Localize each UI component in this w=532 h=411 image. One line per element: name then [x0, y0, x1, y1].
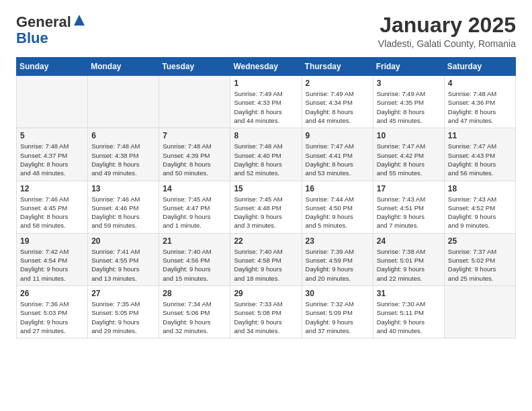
header-tuesday: Tuesday	[159, 58, 230, 76]
day-number: 2	[306, 79, 369, 88]
calendar-cell-w3-d1: 12Sunrise: 7:46 AM Sunset: 4:45 PM Dayli…	[17, 181, 88, 233]
logo-general: General	[16, 13, 71, 30]
header-thursday: Thursday	[302, 58, 373, 76]
week-row-2: 5Sunrise: 7:48 AM Sunset: 4:37 PM Daylig…	[17, 128, 516, 181]
logo-text: General Blue	[16, 13, 86, 46]
week-row-3: 12Sunrise: 7:46 AM Sunset: 4:45 PM Dayli…	[17, 181, 516, 233]
header-monday: Monday	[88, 58, 159, 76]
day-info: Sunrise: 7:48 AM Sunset: 4:38 PM Dayligh…	[91, 142, 155, 177]
calendar-cell-w3-d4: 15Sunrise: 7:45 AM Sunset: 4:48 PM Dayli…	[230, 181, 302, 233]
calendar-cell-w1-d4: 1Sunrise: 7:49 AM Sunset: 4:33 PM Daylig…	[230, 76, 302, 128]
day-number: 27	[91, 289, 155, 298]
calendar-cell-w1-d3	[159, 76, 230, 128]
day-number: 7	[163, 131, 226, 140]
calendar-page: General Blue January 2025 Vladesti, Gala…	[0, 0, 532, 349]
day-number: 10	[377, 131, 441, 140]
logo-icon	[73, 13, 86, 27]
calendar-cell-w5-d1: 26Sunrise: 7:36 AM Sunset: 5:03 PM Dayli…	[17, 285, 88, 338]
calendar-cell-w1-d7: 4Sunrise: 7:48 AM Sunset: 4:36 PM Daylig…	[444, 76, 515, 128]
calendar-cell-w4-d5: 23Sunrise: 7:39 AM Sunset: 4:59 PM Dayli…	[302, 233, 373, 285]
calendar-cell-w5-d3: 28Sunrise: 7:34 AM Sunset: 5:06 PM Dayli…	[159, 285, 230, 338]
day-number: 5	[20, 131, 84, 140]
day-number: 14	[163, 184, 226, 193]
day-number: 8	[234, 131, 298, 140]
day-number: 13	[91, 184, 155, 193]
day-info: Sunrise: 7:36 AM Sunset: 5:03 PM Dayligh…	[20, 300, 84, 335]
calendar-cell-w5-d7	[444, 285, 515, 338]
header-sunday: Sunday	[17, 58, 88, 76]
day-number: 3	[377, 79, 441, 88]
day-number: 18	[448, 184, 512, 193]
day-number: 12	[20, 184, 84, 193]
calendar-cell-w2-d3: 7Sunrise: 7:48 AM Sunset: 4:39 PM Daylig…	[159, 128, 230, 181]
location-subtitle: Vladesti, Galati County, Romania	[378, 38, 516, 49]
calendar-cell-w3-d5: 16Sunrise: 7:44 AM Sunset: 4:50 PM Dayli…	[302, 181, 373, 233]
calendar-cell-w2-d2: 6Sunrise: 7:48 AM Sunset: 4:38 PM Daylig…	[88, 128, 159, 181]
day-info: Sunrise: 7:42 AM Sunset: 4:54 PM Dayligh…	[20, 247, 84, 283]
day-info: Sunrise: 7:46 AM Sunset: 4:46 PM Dayligh…	[91, 195, 155, 230]
calendar-cell-w3-d6: 17Sunrise: 7:43 AM Sunset: 4:51 PM Dayli…	[373, 181, 444, 233]
day-info: Sunrise: 7:47 AM Sunset: 4:41 PM Dayligh…	[306, 142, 369, 177]
day-info: Sunrise: 7:47 AM Sunset: 4:43 PM Dayligh…	[448, 142, 512, 177]
calendar-cell-w4-d3: 21Sunrise: 7:40 AM Sunset: 4:56 PM Dayli…	[159, 233, 230, 285]
day-number: 11	[448, 131, 512, 140]
day-number: 25	[448, 236, 512, 246]
calendar-cell-w1-d2	[88, 76, 159, 128]
calendar-cell-w2-d4: 8Sunrise: 7:48 AM Sunset: 4:40 PM Daylig…	[230, 128, 302, 181]
calendar-cell-w2-d6: 10Sunrise: 7:47 AM Sunset: 4:42 PM Dayli…	[373, 128, 444, 181]
calendar-cell-w2-d5: 9Sunrise: 7:47 AM Sunset: 4:41 PM Daylig…	[302, 128, 373, 181]
title-block: January 2025 Vladesti, Galati County, Ro…	[378, 13, 516, 49]
calendar-cell-w4-d2: 20Sunrise: 7:41 AM Sunset: 4:55 PM Dayli…	[88, 233, 159, 285]
header-saturday: Saturday	[444, 58, 515, 76]
day-info: Sunrise: 7:35 AM Sunset: 5:05 PM Dayligh…	[91, 300, 155, 335]
day-info: Sunrise: 7:34 AM Sunset: 5:06 PM Dayligh…	[163, 300, 226, 335]
day-info: Sunrise: 7:47 AM Sunset: 4:42 PM Dayligh…	[377, 142, 441, 177]
calendar-cell-w1-d6: 3Sunrise: 7:49 AM Sunset: 4:35 PM Daylig…	[373, 76, 444, 128]
day-info: Sunrise: 7:43 AM Sunset: 4:52 PM Dayligh…	[448, 195, 512, 230]
day-number: 26	[20, 289, 84, 298]
day-number: 9	[306, 131, 369, 140]
day-info: Sunrise: 7:45 AM Sunset: 4:47 PM Dayligh…	[163, 195, 226, 230]
day-info: Sunrise: 7:40 AM Sunset: 4:58 PM Dayligh…	[234, 247, 298, 283]
day-number: 24	[377, 236, 441, 246]
day-number: 23	[306, 236, 369, 246]
day-number: 4	[448, 79, 512, 88]
calendar-cell-w4-d6: 24Sunrise: 7:38 AM Sunset: 5:01 PM Dayli…	[373, 233, 444, 285]
calendar-cell-w4-d7: 25Sunrise: 7:37 AM Sunset: 5:02 PM Dayli…	[444, 233, 515, 285]
calendar-cell-w5-d5: 30Sunrise: 7:32 AM Sunset: 5:09 PM Dayli…	[302, 285, 373, 338]
day-number: 19	[20, 236, 84, 246]
day-info: Sunrise: 7:48 AM Sunset: 4:37 PM Dayligh…	[20, 142, 84, 177]
day-info: Sunrise: 7:37 AM Sunset: 5:02 PM Dayligh…	[448, 247, 512, 283]
calendar-cell-w3-d3: 14Sunrise: 7:45 AM Sunset: 4:47 PM Dayli…	[159, 181, 230, 233]
day-info: Sunrise: 7:49 AM Sunset: 4:33 PM Dayligh…	[234, 89, 298, 125]
calendar-cell-w1-d1	[17, 76, 88, 128]
day-number: 16	[306, 184, 369, 193]
week-row-5: 26Sunrise: 7:36 AM Sunset: 5:03 PM Dayli…	[17, 285, 516, 338]
day-info: Sunrise: 7:46 AM Sunset: 4:45 PM Dayligh…	[20, 195, 84, 230]
day-info: Sunrise: 7:48 AM Sunset: 4:40 PM Dayligh…	[234, 142, 298, 177]
day-number: 1	[234, 79, 298, 88]
day-info: Sunrise: 7:33 AM Sunset: 5:08 PM Dayligh…	[234, 300, 298, 335]
day-info: Sunrise: 7:45 AM Sunset: 4:48 PM Dayligh…	[234, 195, 298, 230]
day-info: Sunrise: 7:41 AM Sunset: 4:55 PM Dayligh…	[91, 247, 155, 283]
day-info: Sunrise: 7:44 AM Sunset: 4:50 PM Dayligh…	[306, 195, 369, 230]
svg-marker-0	[74, 15, 85, 26]
day-number: 22	[234, 236, 298, 246]
day-info: Sunrise: 7:49 AM Sunset: 4:34 PM Dayligh…	[306, 89, 369, 125]
day-number: 6	[91, 131, 155, 140]
calendar-cell-w2-d7: 11Sunrise: 7:47 AM Sunset: 4:43 PM Dayli…	[444, 128, 515, 181]
day-info: Sunrise: 7:48 AM Sunset: 4:39 PM Dayligh…	[163, 142, 226, 177]
day-number: 31	[377, 289, 441, 298]
header-wednesday: Wednesday	[230, 58, 302, 76]
calendar-cell-w3-d2: 13Sunrise: 7:46 AM Sunset: 4:46 PM Dayli…	[88, 181, 159, 233]
calendar-cell-w4-d1: 19Sunrise: 7:42 AM Sunset: 4:54 PM Dayli…	[17, 233, 88, 285]
day-info: Sunrise: 7:49 AM Sunset: 4:35 PM Dayligh…	[377, 89, 441, 125]
day-info: Sunrise: 7:39 AM Sunset: 4:59 PM Dayligh…	[306, 247, 369, 283]
calendar-cell-w4-d4: 22Sunrise: 7:40 AM Sunset: 4:58 PM Dayli…	[230, 233, 302, 285]
header-friday: Friday	[373, 58, 444, 76]
calendar-cell-w5-d2: 27Sunrise: 7:35 AM Sunset: 5:05 PM Dayli…	[88, 285, 159, 338]
day-number: 28	[163, 289, 226, 298]
day-info: Sunrise: 7:38 AM Sunset: 5:01 PM Dayligh…	[377, 247, 441, 283]
calendar-cell-w2-d1: 5Sunrise: 7:48 AM Sunset: 4:37 PM Daylig…	[17, 128, 88, 181]
weekday-header-row: Sunday Monday Tuesday Wednesday Thursday…	[17, 58, 516, 76]
